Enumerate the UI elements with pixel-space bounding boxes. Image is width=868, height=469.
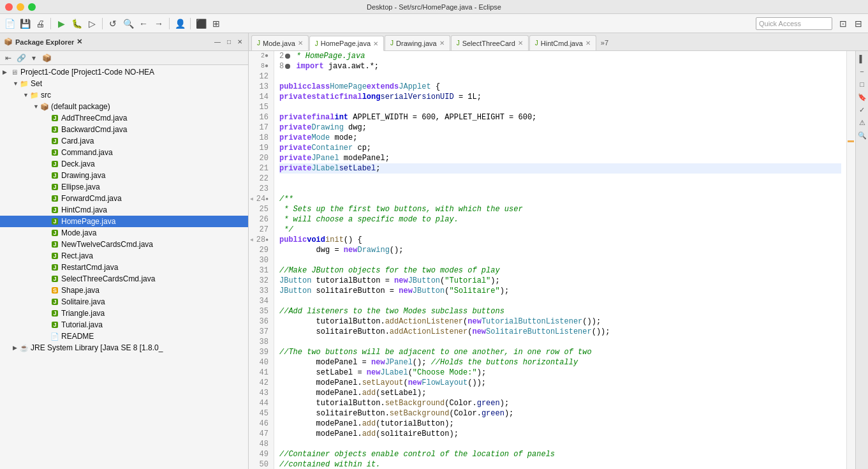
editor-tab-5[interactable]: »7 bbox=[597, 35, 612, 50]
tab-label: HintCmd.java bbox=[541, 40, 583, 47]
editor-tab-3[interactable]: J SelectThreeCard ✕ bbox=[451, 35, 529, 50]
code-line-50: //contained within it. bbox=[279, 459, 841, 469]
tree-item-label: BackwardCmd.java bbox=[61, 125, 127, 134]
editor-tab-2[interactable]: J Drawing.java ✕ bbox=[385, 35, 450, 50]
run-last-button[interactable]: ▷ bbox=[85, 17, 99, 31]
tree-item-0[interactable]: ▶ 🖥 Project1-Code [Project1-Code NO-HEA bbox=[0, 66, 248, 78]
tree-item-7[interactable]: J Command.java bbox=[0, 147, 248, 158]
new-window[interactable]: ⬛ bbox=[194, 17, 208, 31]
package-explorer-icon: 📦 bbox=[4, 38, 13, 46]
code-line-15 bbox=[279, 102, 841, 112]
tree-item-5[interactable]: J BackwardCmd.java bbox=[0, 124, 248, 135]
tab-close-icon[interactable]: ✕ bbox=[518, 40, 523, 47]
package-view-button[interactable]: 📦 bbox=[41, 52, 52, 64]
minimize-button[interactable] bbox=[17, 3, 24, 11]
tree-item-6[interactable]: J Card.java bbox=[0, 135, 248, 147]
tree-item-label: JRE System Library [Java SE 8 [1.8.0_ bbox=[31, 343, 163, 352]
perspective-button[interactable]: ⊡ bbox=[836, 17, 850, 31]
close-sidebar-button[interactable]: ✕ bbox=[235, 38, 244, 46]
tree-icon: S bbox=[50, 286, 60, 295]
sep1 bbox=[50, 18, 51, 29]
tree-arrow: ▼ bbox=[23, 92, 29, 98]
tree-item-12[interactable]: J HintCmd.java bbox=[0, 204, 248, 216]
tree-item-18[interactable]: J SelectThreeCardsCmd.java bbox=[0, 273, 248, 285]
refresh-button[interactable]: ↺ bbox=[106, 17, 120, 31]
close-button[interactable] bbox=[5, 3, 13, 11]
run-button[interactable]: ▶ bbox=[54, 17, 68, 31]
search-button[interactable]: 🔍 bbox=[121, 17, 135, 31]
print-button[interactable]: 🖨 bbox=[33, 17, 47, 31]
line-num-48: 48 bbox=[249, 439, 271, 449]
tree-icon: J bbox=[50, 240, 60, 249]
debug-button[interactable]: 🐛 bbox=[70, 17, 84, 31]
code-line-25: * Sets up the first two buttons, with wh… bbox=[279, 204, 841, 214]
view-menu-button[interactable]: ▾ bbox=[28, 52, 40, 64]
tree-icon: J bbox=[50, 297, 60, 306]
tree-item-19[interactable]: S Shape.java bbox=[0, 285, 248, 296]
problems-icon[interactable]: ⚠ bbox=[857, 117, 867, 128]
tree-item-1[interactable]: ▼ 📁 Set bbox=[0, 78, 248, 89]
tasks-icon[interactable]: ✓ bbox=[857, 105, 867, 115]
nav-back[interactable]: ← bbox=[136, 17, 151, 31]
minimize-editor-icon[interactable]: − bbox=[857, 66, 867, 77]
editor-tab-4[interactable]: J HintCmd.java ✕ bbox=[529, 35, 596, 50]
code-line-36: tutorialButton.addActionListener(new Tut… bbox=[279, 316, 841, 327]
sidebar-toolbar: ⇤ 🔗 ▾ 📦 bbox=[0, 51, 248, 65]
editor-tab-1[interactable]: J HomePage.java ✕ bbox=[309, 36, 384, 51]
tree-item-2[interactable]: ▼ 📁 src bbox=[0, 89, 248, 101]
file-button[interactable]: 📄 bbox=[3, 17, 17, 31]
tree-item-20[interactable]: J Solitaire.java bbox=[0, 296, 248, 308]
tree-icon: J bbox=[50, 125, 60, 134]
bookmark-icon[interactable]: 🔖 bbox=[857, 92, 867, 102]
tree-item-11[interactable]: J ForwardCmd.java bbox=[0, 193, 248, 204]
user-button[interactable]: 👤 bbox=[173, 17, 187, 31]
maximize-button[interactable] bbox=[28, 3, 36, 11]
tree-item-16[interactable]: J Rect.java bbox=[0, 250, 248, 262]
tab-close-icon[interactable]: ✕ bbox=[439, 40, 445, 47]
collapse-all-button[interactable]: ⇤ bbox=[3, 52, 14, 64]
tree-icon: 📦 bbox=[40, 102, 50, 111]
tree-item-4[interactable]: J AddThreeCmd.java bbox=[0, 112, 248, 124]
nav-forward[interactable]: → bbox=[152, 17, 166, 31]
code-line-27: */ bbox=[279, 225, 841, 235]
line-num-47: 47 bbox=[249, 429, 271, 439]
tree-item-13[interactable]: J HomePage.java bbox=[0, 216, 248, 227]
minimize-sidebar-button[interactable]: — bbox=[212, 38, 223, 46]
maximize-sidebar-button[interactable]: □ bbox=[225, 38, 233, 46]
quick-access-box[interactable]: Quick Access bbox=[756, 17, 832, 30]
editor-tab-0[interactable]: J Mode.java ✕ bbox=[251, 35, 309, 50]
tree-item-label: Deck.java bbox=[61, 160, 95, 168]
layout-button[interactable]: ⊞ bbox=[209, 17, 223, 31]
line-num-22: 22 bbox=[249, 174, 271, 184]
open-perspective[interactable]: ⊟ bbox=[851, 17, 865, 31]
tree-item-label: SelectThreeCardsCmd.java bbox=[61, 274, 155, 283]
code-line-34 bbox=[279, 296, 841, 306]
tree-item-23[interactable]: 📄 README bbox=[0, 331, 248, 342]
main-area: 📦 Package Explorer ✕ — □ ✕ ⇤ 🔗 ▾ 📦 ▶ 🖥 P… bbox=[0, 33, 868, 469]
tree-item-17[interactable]: J RestartCmd.java bbox=[0, 262, 248, 273]
tree-item-10[interactable]: J Ellipse.java bbox=[0, 181, 248, 193]
search-results-icon[interactable]: 🔍 bbox=[857, 130, 867, 140]
tab-close-icon[interactable]: ✕ bbox=[373, 40, 378, 47]
tree-item-9[interactable]: J Drawing.java bbox=[0, 170, 248, 181]
tree-icon: J bbox=[50, 148, 60, 157]
code-area[interactable]: 2 * HomePage.java8 import java.awt.*; pu… bbox=[274, 51, 846, 469]
tab-close-icon[interactable]: ✕ bbox=[585, 40, 591, 47]
sidebar-title: Package Explorer bbox=[15, 38, 74, 46]
tree-item-14[interactable]: J Mode.java bbox=[0, 227, 248, 239]
tree-item-24[interactable]: ▶ ☕ JRE System Library [Java SE 8 [1.8.0… bbox=[0, 342, 248, 354]
line-num-35: 35 bbox=[249, 306, 271, 316]
tree-item-3[interactable]: ▼ 📦 (default package) bbox=[0, 101, 248, 112]
tree-item-15[interactable]: J NewTwelveCardsCmd.java bbox=[0, 239, 248, 250]
tab-label: HomePage.java bbox=[321, 40, 371, 47]
tab-close-icon[interactable]: ✕ bbox=[298, 40, 303, 47]
tree-icon: J bbox=[50, 182, 60, 191]
link-editor-button[interactable]: 🔗 bbox=[15, 52, 27, 64]
tree-item-22[interactable]: J Tutorial.java bbox=[0, 319, 248, 331]
tree-item-label: RestartCmd.java bbox=[61, 263, 118, 272]
maximize-editor-icon[interactable]: □ bbox=[857, 79, 867, 89]
save-button[interactable]: 💾 bbox=[18, 17, 32, 31]
tree-item-label: Mode.java bbox=[61, 228, 96, 237]
tree-item-21[interactable]: J Triangle.java bbox=[0, 308, 248, 319]
tree-item-8[interactable]: J Deck.java bbox=[0, 158, 248, 170]
